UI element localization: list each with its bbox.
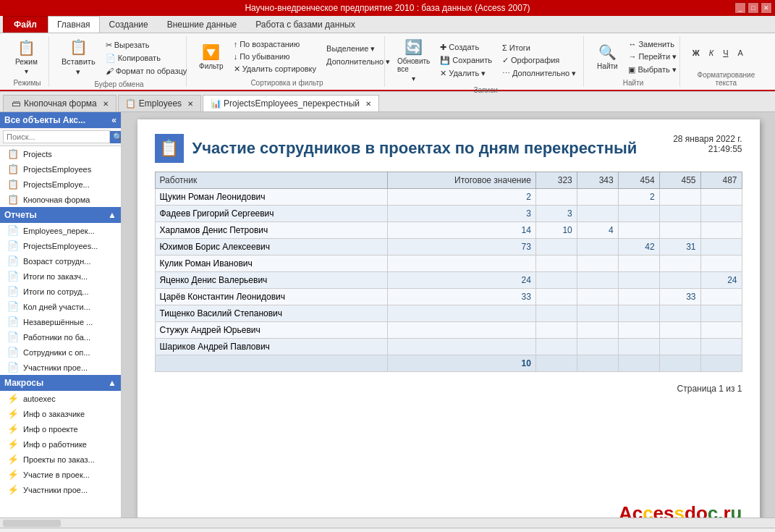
watermark-c1: c bbox=[632, 502, 643, 518]
sidebar-label-projempl2: ProjectsEmploye... bbox=[23, 180, 90, 189]
cell-worker-6: Царёв Константин Леонидович bbox=[155, 289, 388, 305]
tab-file[interactable]: Файл bbox=[3, 16, 48, 33]
sidebar-search-button[interactable]: 🔍 bbox=[110, 131, 122, 143]
cell-total-2: 14 bbox=[388, 222, 536, 239]
crosstab-body: Щукин Роман Леонидович22Фадеев Григорий … bbox=[155, 189, 742, 355]
tab-button-crosstab[interactable]: 📊 ProjectsEmployees_перекрестный ✕ bbox=[203, 95, 379, 111]
paste-button[interactable]: 📋 Вставить ▾ bbox=[58, 36, 99, 79]
mode-button[interactable]: 📋 Режим ▾ bbox=[12, 37, 41, 77]
hscroll-thumb[interactable] bbox=[3, 520, 61, 527]
sidebar-report-label-2: ProjectsEmployees... bbox=[23, 242, 98, 250]
group-content-modes: 📋 Режим ▾ bbox=[12, 36, 41, 77]
cell-323-3 bbox=[535, 239, 577, 256]
remove-sort-button[interactable]: ✕ Удалить сортировку bbox=[230, 63, 320, 75]
sidebar-macro-projcust[interactable]: ⚡ Проекты по заказ... bbox=[0, 452, 121, 467]
bold-button[interactable]: Ж bbox=[689, 47, 703, 59]
crosstab-tab-close[interactable]: ✕ bbox=[365, 100, 371, 108]
tab-create[interactable]: Создание bbox=[100, 16, 158, 33]
tab-button-employees[interactable]: 📋 Employees ✕ bbox=[118, 95, 201, 111]
table-icon-2: 📋 bbox=[7, 164, 19, 174]
report-icon-10: 📄 bbox=[7, 362, 19, 373]
copy-button[interactable]: 📄 Копировать bbox=[102, 52, 191, 64]
report-icon-box: 📋 bbox=[155, 134, 184, 163]
report-area: 📋 Участие сотрудников в проектах по дням… bbox=[122, 112, 775, 518]
crosstab-table: Работник Итоговое значение 323 343 454 4… bbox=[155, 172, 742, 372]
sort-desc-button[interactable]: ↓ По убыванию bbox=[230, 51, 320, 62]
sidebar-macro-particip[interactable]: ⚡ Участники прое... bbox=[0, 482, 121, 497]
sidebar-report-age[interactable]: 📄 Возраст сотрудн... bbox=[0, 253, 121, 269]
replace-button[interactable]: ↔ Заменить bbox=[624, 38, 680, 50]
sidebar-report-days[interactable]: 📄 Кол дней участи... bbox=[0, 299, 121, 314]
create-record-button[interactable]: ✚ Создать bbox=[436, 41, 496, 54]
table-row: Кулик Роман Иванович bbox=[155, 256, 742, 272]
close-button[interactable]: ✕ bbox=[761, 2, 772, 14]
minimize-button[interactable]: _ bbox=[734, 2, 746, 14]
report-date: 28 января 2022 г. bbox=[673, 134, 742, 144]
cut-button[interactable]: ✂ Вырезать bbox=[102, 39, 191, 51]
watermark-s1: s bbox=[664, 502, 674, 518]
sidebar-macro-project[interactable]: ⚡ Инф о проекте bbox=[0, 421, 121, 436]
sidebar-macro-part[interactable]: ⚡ Участие в проек... bbox=[0, 467, 121, 482]
cell-total-3: 73 bbox=[388, 239, 536, 256]
footer-worker-cell bbox=[155, 355, 388, 372]
color-button[interactable]: А bbox=[734, 47, 747, 59]
sidebar-macro-customer[interactable]: ⚡ Инф о заказчике bbox=[0, 406, 121, 421]
footer-455 bbox=[659, 355, 700, 372]
selection-button[interactable]: Выделение ▾ bbox=[323, 43, 394, 55]
sidebar-item-projects[interactable]: 📋 Projects bbox=[0, 146, 121, 161]
sidebar-item-projempl[interactable]: 📋 ProjectsEmployees bbox=[0, 161, 121, 177]
ribbon-group-find: 🔍 Найти ↔ Заменить → Перейти ▾ ▣ Выбрать… bbox=[587, 36, 679, 87]
sidebar-report-label-10: Участники прое... bbox=[23, 363, 88, 372]
sidebar-macro-autoexec[interactable]: ⚡ autoexec bbox=[0, 391, 121, 406]
sidebar-report-empl2[interactable]: 📄 Итоги по сотруд... bbox=[0, 284, 121, 299]
tab-home[interactable]: Главная bbox=[48, 16, 100, 33]
goto-button[interactable]: → Перейти ▾ bbox=[624, 51, 680, 63]
sidebar-report-unfinished[interactable]: 📄 Незавершённые ... bbox=[0, 314, 121, 329]
ribbon-group-records: 🔄 Обновить все ▾ ✚ Создать 💾 Сохранить ✕… bbox=[388, 36, 584, 87]
filter-label: Фильтр bbox=[199, 62, 224, 70]
save-record-button[interactable]: 💾 Сохранить bbox=[436, 54, 496, 67]
sort-asc-button[interactable]: ↑ По возрастанию bbox=[230, 38, 320, 50]
toggle-filter-button[interactable] bbox=[323, 69, 394, 72]
tab-button-form[interactable]: 🗃 Кнопочная форма ✕ bbox=[3, 95, 117, 111]
sidebar-item-knoform[interactable]: 📋 Кнопочная форма bbox=[0, 192, 121, 207]
sidebar-section-macros[interactable]: Макросы ▲ bbox=[0, 375, 121, 391]
advanced-button[interactable]: Дополнительно ▾ bbox=[323, 56, 394, 68]
sidebar-report-projempl[interactable]: 📄 ProjectsEmployees... bbox=[0, 238, 121, 253]
filter-button[interactable]: 🔽 Фильтр bbox=[195, 41, 227, 72]
employees-tab-close[interactable]: ✕ bbox=[187, 100, 193, 108]
find-button[interactable]: 🔍 Найти bbox=[593, 41, 622, 72]
sidebar-report-workers[interactable]: 📄 Работники по ба... bbox=[0, 329, 121, 345]
sidebar-report-staff[interactable]: 📄 Сотрудники с оп... bbox=[0, 345, 121, 360]
delete-record-button[interactable]: ✕ Удалить ▾ bbox=[436, 67, 496, 80]
spelling-button[interactable]: ✓ Орфография bbox=[499, 54, 580, 67]
group-label-sort: Сортировка и фильтр bbox=[195, 77, 378, 87]
select-button[interactable]: ▣ Выбрать ▾ bbox=[624, 64, 680, 76]
table-row: Царёв Константин Леонидович3333 bbox=[155, 289, 742, 305]
tab-database[interactable]: Работа с базами данных bbox=[246, 16, 364, 33]
tab-external[interactable]: Внешние данные bbox=[158, 16, 247, 33]
refresh-button[interactable]: 🔄 Обновить все ▾ bbox=[394, 36, 433, 85]
cell-total-4 bbox=[388, 256, 536, 272]
horizontal-scrollbar[interactable] bbox=[0, 518, 775, 528]
sidebar-item-projempl2[interactable]: 📋 ProjectsEmploye... bbox=[0, 177, 121, 192]
sidebar-collapse-button[interactable]: « bbox=[111, 115, 117, 125]
sidebar-report-empperec[interactable]: 📄 Employees_перек... bbox=[0, 223, 121, 238]
cell-343-4 bbox=[577, 256, 618, 272]
sidebar-macro-worker[interactable]: ⚡ Инф о работнике bbox=[0, 436, 121, 452]
footer-323 bbox=[535, 355, 577, 372]
more-button[interactable]: ⋯ Дополнительно ▾ bbox=[499, 67, 580, 80]
sidebar-report-label-1: Employees_перек... bbox=[23, 227, 95, 235]
italic-button[interactable]: К bbox=[706, 47, 717, 59]
sidebar-report-customer[interactable]: 📄 Итоги по заказч... bbox=[0, 269, 121, 284]
underline-button[interactable]: Ч bbox=[719, 47, 732, 59]
watermark-u: u bbox=[731, 502, 742, 518]
form-tab-close[interactable]: ✕ bbox=[103, 100, 109, 108]
sidebar-report-participants[interactable]: 📄 Участники прое... bbox=[0, 360, 121, 375]
totals-button[interactable]: Σ Итоги bbox=[499, 42, 580, 54]
sidebar-section-reports[interactable]: Отчеты ▲ bbox=[0, 207, 121, 223]
format-button[interactable]: 🖌 Формат по образцу bbox=[102, 65, 191, 77]
sidebar-search-input[interactable] bbox=[3, 130, 110, 143]
title-bar: Научно-внедренческое предприятие 2010 : … bbox=[0, 0, 775, 16]
maximize-button[interactable]: □ bbox=[748, 2, 759, 14]
